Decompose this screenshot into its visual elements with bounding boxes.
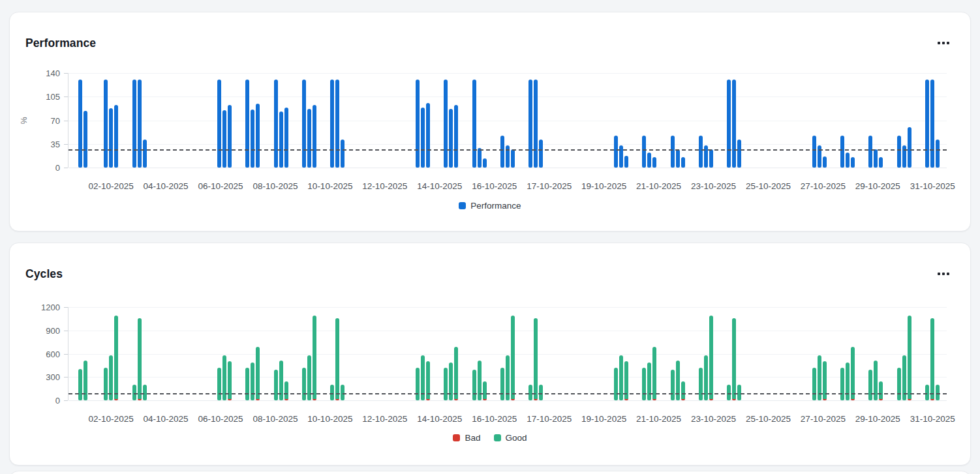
more-menu-button[interactable] [935, 38, 952, 48]
bar[interactable] [879, 157, 883, 168]
bar[interactable] [925, 385, 929, 400]
bar[interactable] [851, 157, 855, 168]
bar[interactable] [671, 136, 675, 168]
bar[interactable] [274, 80, 278, 168]
bar[interactable] [642, 368, 646, 400]
bar[interactable] [709, 149, 713, 168]
bar[interactable] [217, 80, 221, 168]
bar[interactable] [534, 318, 538, 400]
bar[interactable] [330, 80, 334, 168]
cycles-chart[interactable]: 03006009001200 02-10-202504-10-202506-10… [10, 307, 970, 458]
bar[interactable] [897, 368, 901, 400]
bar[interactable] [256, 347, 260, 400]
bar[interactable] [454, 105, 458, 168]
bar[interactable] [539, 140, 543, 168]
bar[interactable] [727, 385, 731, 400]
performance-chart[interactable]: % 03570105140 02-10-202504-10-202506-10-… [10, 73, 970, 224]
bar[interactable] [335, 80, 339, 168]
bar[interactable] [840, 368, 844, 400]
bar[interactable] [732, 318, 736, 400]
bar[interactable] [416, 80, 420, 168]
bar[interactable] [483, 158, 487, 168]
bar[interactable] [647, 153, 651, 168]
bar[interactable] [511, 149, 515, 168]
bar[interactable] [727, 80, 731, 168]
bar[interactable] [652, 347, 656, 400]
bar[interactable] [222, 110, 226, 168]
bar[interactable] [676, 149, 680, 168]
bar[interactable] [812, 368, 816, 400]
bar[interactable] [341, 385, 345, 400]
bar[interactable] [78, 80, 82, 168]
bar[interactable] [444, 368, 448, 400]
bar[interactable] [812, 136, 816, 168]
bar[interactable] [511, 316, 515, 400]
bar[interactable] [506, 145, 510, 168]
bar[interactable] [874, 149, 878, 168]
bar[interactable] [109, 108, 113, 168]
bar[interactable] [614, 136, 618, 168]
bar[interactable] [454, 347, 458, 400]
bar[interactable] [902, 145, 906, 168]
bar[interactable] [737, 385, 741, 400]
bar[interactable] [245, 368, 249, 400]
bar[interactable] [78, 369, 82, 400]
bar[interactable] [138, 80, 142, 168]
bar[interactable] [138, 318, 142, 400]
bar[interactable] [908, 316, 911, 400]
bar[interactable] [818, 145, 821, 168]
bar[interactable] [426, 103, 430, 168]
bar[interactable] [732, 80, 736, 168]
bar[interactable] [313, 105, 316, 168]
bar[interactable] [704, 145, 708, 168]
bar[interactable] [228, 105, 232, 168]
bar[interactable] [925, 80, 929, 168]
bar[interactable] [840, 136, 844, 168]
bar[interactable] [539, 385, 543, 400]
bar[interactable] [279, 111, 283, 168]
legend-item-performance[interactable]: Performance [459, 201, 521, 211]
bar[interactable] [341, 140, 345, 168]
bar[interactable] [143, 140, 147, 168]
bar[interactable] [132, 80, 136, 168]
bar[interactable] [614, 368, 618, 400]
bar[interactable] [245, 80, 249, 168]
bar[interactable] [472, 370, 476, 400]
bar[interactable] [897, 136, 901, 168]
bar[interactable] [681, 157, 685, 168]
bar[interactable] [528, 385, 532, 400]
bar[interactable] [143, 385, 147, 400]
bar[interactable] [251, 110, 254, 168]
bar[interactable] [936, 385, 940, 400]
more-menu-button[interactable] [935, 269, 952, 279]
bar[interactable] [652, 157, 656, 168]
bar[interactable] [284, 108, 288, 168]
bar[interactable] [642, 136, 646, 168]
bar[interactable] [416, 368, 420, 400]
bar[interactable] [132, 385, 136, 400]
bar[interactable] [217, 368, 221, 400]
bar[interactable] [619, 145, 623, 168]
bar[interactable] [284, 381, 288, 400]
bar[interactable] [274, 370, 278, 400]
bar[interactable] [302, 80, 306, 168]
bar[interactable] [534, 80, 538, 168]
bar[interactable] [930, 318, 934, 400]
bar[interactable] [846, 153, 850, 168]
bar[interactable] [681, 381, 685, 400]
bar[interactable] [624, 156, 628, 168]
bar[interactable] [335, 318, 339, 400]
bar[interactable] [104, 368, 108, 400]
bar[interactable] [699, 136, 703, 168]
bar[interactable] [449, 109, 453, 168]
bar[interactable] [114, 105, 118, 168]
bar[interactable] [302, 368, 306, 400]
bar[interactable] [879, 381, 883, 400]
bar[interactable] [868, 136, 872, 168]
bar[interactable] [671, 370, 675, 400]
bar[interactable] [868, 370, 872, 400]
legend-item-good[interactable]: Good [494, 433, 527, 443]
bar[interactable] [421, 108, 425, 168]
bar[interactable] [500, 136, 504, 168]
bar[interactable] [313, 316, 316, 400]
